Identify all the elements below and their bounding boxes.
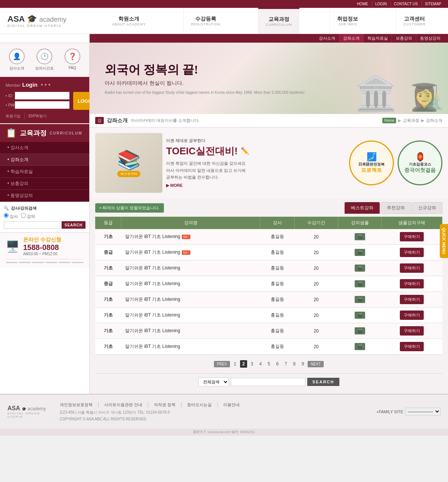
page-4[interactable]: 4 [257,360,264,368]
sample-button[interactable]: 🎬 [355,327,365,334]
id-input[interactable] [15,92,69,99]
sidebar-schedule-icon[interactable]: 🕐 강의시간표 [35,49,54,71]
buy-button[interactable]: 구매하기 [400,263,424,273]
buy-button[interactable]: 구매하기 [400,295,424,304]
sample-button[interactable]: 🎬 [355,233,365,240]
subnav-video[interactable]: 동영상강의 [416,34,444,43]
tab-best[interactable]: 베스트강좌 [345,202,380,214]
row-instructor: 홍길동 [260,308,295,323]
topbar-contact[interactable]: CONTACT US [391,1,421,7]
topbar-home[interactable]: HOME [354,1,371,7]
menu-instructor[interactable]: 강사소개 [0,142,89,154]
prev-page-btn[interactable]: PREV [214,361,230,367]
pagination: PREV 1 2 3 4 5 6 7 8 9 NEXT [95,355,442,373]
sidebar-faq-icon[interactable]: ❓ FAQ [65,49,80,71]
pw-input[interactable] [15,101,69,109]
banner-en: Asaful has turned one of the biggest Stu… [105,90,305,96]
page-6[interactable]: 6 [274,360,281,368]
breadcrumb-path2[interactable]: 강좌소개 [426,118,442,123]
tab-new[interactable]: 신규강좌 [412,202,442,214]
radio-instructor-input[interactable] [4,213,9,218]
footer-terms[interactable]: 사이트이용관련 안내 [104,402,148,408]
page-3[interactable]: 3 [249,360,256,368]
promo-circle-chinese[interactable]: 🏮 기초집중코스 중국어첫걸음 [398,140,442,185]
subnav-course[interactable]: 강좌소개 [339,34,363,43]
footer-usage[interactable]: 이용안내 [223,402,245,408]
page-9[interactable]: 9 [299,360,307,368]
promo-circle-japanese[interactable]: 🗾 日本語완전정복 프로젝트 [349,140,394,185]
bottom-search-input[interactable] [231,378,305,386]
sample-button[interactable]: 🎬 [355,343,365,350]
sidebar-instructor-icon[interactable]: 👤 강사소개 [9,49,25,71]
row-duration: 20 [294,229,338,245]
row-level: 기초 [95,339,121,355]
subnav-supplement[interactable]: 보충강의 [392,34,416,43]
find-pw-link[interactable]: ID/PW찾기 [28,114,50,119]
login-links: 회원가입 ID/PW찾기 [6,114,84,119]
search-button[interactable]: SEARCH [62,221,85,229]
breadcrumb-home[interactable]: Home [382,118,396,123]
page-5[interactable]: 5 [265,360,273,368]
radio-course-input[interactable] [21,213,26,218]
phone-number: 1588-0808 [23,243,61,252]
sample-button[interactable]: 🎬 [355,265,365,272]
footer-privacy[interactable]: 개인정보보호정책 [60,402,99,408]
bottom-search-select[interactable]: 전체검색 [198,377,229,386]
banner-title: 외국어 정복의 끝! [105,62,305,78]
page-2[interactable]: 2 [240,360,247,368]
row-sample: 🎬 [338,339,382,355]
buy-button[interactable]: 구매하기 [400,310,424,320]
nav-curriculum[interactable]: 교육과정 CURRICULUM [258,8,300,34]
family-site-select[interactable]: -------------------- [405,408,441,415]
sample-button[interactable]: 🎬 [355,280,365,287]
footer-copyright: COPYRIGHT © ASA ABC ALL RIGHTS RESERVED [60,417,369,421]
radio-course[interactable]: 강의 [21,213,35,219]
sample-button[interactable]: 🎬 [355,312,365,319]
topbar-login[interactable]: LOGIN [372,1,390,7]
row-buy: 구매하기 [382,339,442,355]
sidebar-icon-bar: 👤 강사소개 🕐 강의시간표 ❓ FAQ [0,43,89,77]
topbar-sitemap[interactable]: SITEMAP [421,1,444,7]
nav-registration[interactable]: 수강등록 REGISTRATION [183,8,228,34]
row-level: 기초 [95,229,121,245]
nav-jobinfo[interactable]: 취업정보 JOB INFO [329,8,365,34]
search-box: 🔍 강사/강의검색 강사 강의 SEARCH [0,202,89,233]
nav-about[interactable]: 학원소개 ABOUT ACADEMY [105,8,153,34]
page-8[interactable]: 8 [291,360,298,368]
buy-button[interactable]: 구매하기 [400,279,424,288]
quick-menu[interactable]: QUICK MENU [440,224,448,258]
radio-instructor[interactable]: 강사 [4,213,18,219]
next-page-btn[interactable]: NEXT [308,361,324,367]
menu-video[interactable]: 동영상강의 [0,190,89,202]
footer-directions[interactable]: 찾아오시는길 [187,402,218,408]
footer-copyright-link[interactable]: 저작권 정책 [154,402,181,408]
sample-button[interactable]: 🎬 [355,296,365,303]
subnav-instructor[interactable]: 강사소개 [315,34,339,43]
register-link[interactable]: 회원가입 [6,114,25,119]
table-row: 기초 알기쉬운 iBT 기초 Listening 홍길동 20 🎬 구매하기 [95,308,442,323]
page-7[interactable]: 7 [282,360,289,368]
table-row: 기초 알기쉬운 iBT 기초 Listening 홍길동 20 🎬 구매하기 [95,323,442,339]
promo-more-link[interactable]: ▶ MORE [166,183,183,188]
logo-suffix: academy [39,16,66,23]
buy-button[interactable]: 구매하기 [400,248,424,257]
footer-links: 개인정보보호정책 사이트이용관련 안내 저작권 정책 찾아오시는길 이용안내 |… [60,402,369,421]
circle-cn-top: 기초집중코스 [409,162,431,167]
tab-recommend[interactable]: 추천강좌 [380,202,411,214]
buy-button[interactable]: 구매하기 [400,232,424,241]
logo[interactable]: ASA 🎓 academy DIGITAL DREAM UTOPIA [0,10,90,31]
search-input[interactable] [4,221,60,229]
buy-button[interactable]: 구매하기 [400,326,424,336]
bottom-search-button[interactable]: SEARCH [307,378,339,386]
menu-study[interactable]: 학습자료실 [0,166,89,178]
buy-button[interactable]: 구매하기 [400,342,424,351]
nav-customer[interactable]: 고객센터 CUSTOMER [396,8,433,34]
menu-supplement[interactable]: 보충강의 [0,178,89,190]
menu-course[interactable]: 강좌소개 [0,154,89,166]
breadcrumb-path1[interactable]: 교육과정 [403,118,419,123]
subnav-study[interactable]: 학습자료실 [363,34,392,43]
banner: 외국어 정복의 끝! 아사 아카데미에서 현실이 됩니다. Asaful has… [90,43,448,114]
sample-button[interactable]: 🎬 [355,249,365,256]
page-1[interactable]: 1 [231,360,239,368]
col-instructor: 강사 [260,217,295,229]
